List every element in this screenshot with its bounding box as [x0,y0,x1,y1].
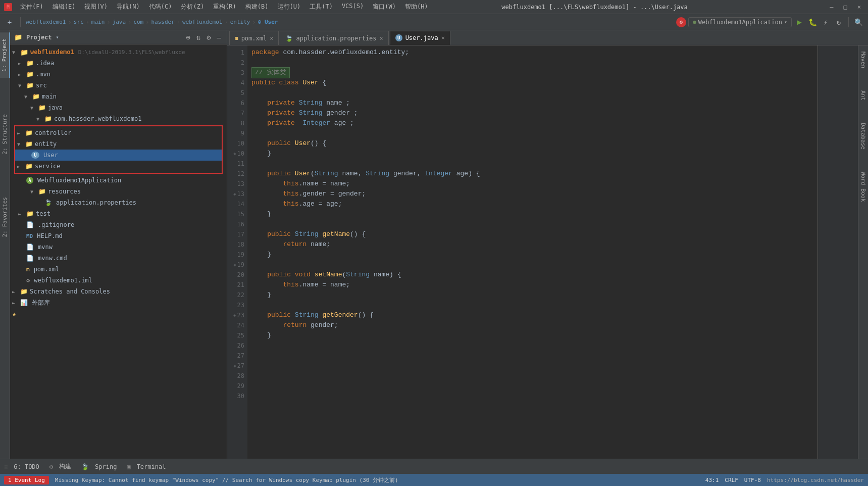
profile-button[interactable]: ↻ [833,17,844,28]
line-num-7: 7 [230,108,244,118]
menu-analyze[interactable]: 分析(Z) [177,2,208,12]
menu-navigate[interactable]: 导航(N) [113,2,144,12]
tree-gitignore[interactable]: 📄 .gitignore [10,219,227,230]
run-button[interactable]: ▶ [794,17,805,28]
code-line-8: private Integer age ; [251,118,813,128]
terminal-tab[interactable]: Terminal [137,463,166,470]
title-bar: M 文件(F) 编辑(E) 视图(V) 导航(N) 代码(C) 分析(Z) 重构… [0,0,868,14]
tree-test[interactable]: ► 📁 test [10,208,227,219]
tree-java[interactable]: ▼ 📁 java [10,102,227,113]
tree-label-scratches: Scratches and Consoles [30,288,110,295]
todo-tab[interactable]: 6: TODO [14,463,39,470]
tab-user-java[interactable]: U User.java × [390,31,450,45]
tree-app-class[interactable]: A Webfluxdemo1Application [10,175,227,186]
tree-pom[interactable]: m pom.xml [10,264,227,275]
tree-entity[interactable]: ▼ 📁 entity [15,138,222,150]
structure-tab[interactable]: 2: Structure [0,108,10,160]
line-num-18: 18 [230,239,244,250]
tree-service[interactable]: ► 📁 service [15,161,222,172]
tab-app-props[interactable]: 🍃 application.properties × [280,31,388,45]
encoding[interactable]: UTF-8 [744,477,761,483]
nav-java[interactable]: java [113,19,126,25]
nav-entity[interactable]: entity [230,19,250,25]
code-line-6: private String name ; [251,98,813,108]
nav-main[interactable]: main [91,19,105,25]
line-num-14: 14 [230,199,244,209]
coverage-button[interactable]: ⚡ [820,17,831,28]
tree-com[interactable]: ▼ 📁 com.hassder.webfluxdemo1 [10,113,227,124]
tree-controller[interactable]: ► 📁 controller [15,127,222,138]
add-button[interactable]: + [4,17,15,28]
nav-user[interactable]: ⊙ User [258,19,278,25]
settings-icon[interactable]: ⚙ [676,17,686,27]
project-add-btn[interactable]: ⊕ [184,33,191,41]
code-editor[interactable]: package com.hassder.webfluxdemo1.entity;… [247,45,818,459]
menu-tools[interactable]: 工具(T) [305,2,337,12]
favorites-tab[interactable]: 2: Favorites [0,191,10,243]
maven-tab[interactable]: Maven [858,45,868,74]
tree-icon-gitignore: 📄 [26,221,34,228]
close-button[interactable]: × [854,4,864,11]
project-sync-btn[interactable]: ⇅ [195,33,202,41]
tree-help[interactable]: MD HELP.md [10,230,227,241]
tree-resources[interactable]: ▼ 📁 resources [10,186,227,197]
menu-build[interactable]: 构建(B) [241,2,273,12]
maximize-button[interactable]: □ [841,4,850,11]
tree-src[interactable]: ▼ 📁 src [10,80,227,91]
code-line-16: this.age = age; [251,199,813,209]
tree-idea[interactable]: ► 📁 .idea [10,58,227,69]
tree-user[interactable]: U User [15,150,222,161]
menu-edit[interactable]: 编辑(E) [48,2,80,12]
java-tab-close[interactable]: × [441,34,445,41]
tree-iml[interactable]: ⚙ webfluxdemo1.iml [10,275,227,286]
tree-scratches[interactable]: ► 📁 Scratches and Consoles [10,286,227,297]
nav-hassder[interactable]: hassder [151,19,174,25]
menu-code[interactable]: 代码(C) [145,2,176,12]
ant-tab[interactable]: Ant [858,84,868,107]
menu-run[interactable]: 运行(U) [274,2,305,12]
menu-file[interactable]: 文件(F) [16,2,47,12]
tree-mvnw-cmd[interactable]: 📄 mvnw.cmd [10,253,227,264]
build-tab[interactable]: 构建 [59,462,71,471]
tree-external[interactable]: ► 📊 外部库 [10,297,227,308]
minimize-button[interactable]: — [827,4,836,11]
tree-root[interactable]: ▼ 📁 webfluxdemo1 D:\idealU-2019.3.1\FLS\… [10,46,227,58]
favorites-star[interactable]: ★ [10,308,227,319]
line-ending[interactable]: CRLF [725,477,738,483]
menu-refactor[interactable]: 重构(R) [209,2,240,12]
menu-view[interactable]: 视图(V) [80,2,112,12]
tree-icon-controller: 📁 [25,129,33,136]
wordbook-tab[interactable]: Word Book [858,166,868,208]
tree-mvnw[interactable]: 📄 mvnw [10,241,227,253]
tree-arrow-service: ► [17,164,23,169]
search-everywhere-button[interactable]: 🔍 [853,17,864,28]
menu-window[interactable]: 窗口(W) [369,2,400,12]
code-line-28: return gender; [251,320,813,330]
props-tab-close[interactable]: × [379,35,383,42]
project-tab[interactable]: 1: Project [0,32,10,78]
tree-main[interactable]: ▼ 📁 main [10,91,227,102]
project-hide-btn[interactable]: — [216,33,223,41]
database-tab[interactable]: Database [858,117,868,156]
project-dropdown-icon[interactable]: ▾ [56,34,59,40]
project-folder-icon: 📁 [14,33,22,41]
spring-tab[interactable]: Spring [95,463,117,470]
pom-tab-close[interactable]: × [270,35,273,42]
debug-button[interactable]: 🐛 [807,17,818,28]
project-settings-btn[interactable]: ⚙ [205,33,212,41]
nav-com[interactable]: com [133,19,143,25]
tree-arrow-idea: ► [18,61,24,66]
code-line-12 [251,159,813,169]
nav-src[interactable]: src [74,19,84,25]
tree-app-props[interactable]: 🍃 application.properties [10,197,227,208]
menu-help[interactable]: 帮助(H) [401,2,432,12]
tree-arrow-controller: ► [17,130,23,136]
menu-vcs[interactable]: VCS(S) [338,2,368,12]
run-config-dropdown[interactable]: ● Webfluxdemo1Application ▾ [688,17,792,27]
nav-webflux[interactable]: webfluxdemo1 [182,19,222,25]
project-tree: ▼ 📁 webfluxdemo1 D:\idealU-2019.3.1\FLS\… [10,44,227,459]
tab-pom-xml[interactable]: m pom.xml × [229,31,279,45]
nav-demo1[interactable]: webfluxdemo1 [26,19,66,25]
tree-icon-mvn: 📁 [26,71,34,78]
tree-mvn[interactable]: ► 📁 .mvn [10,69,227,80]
